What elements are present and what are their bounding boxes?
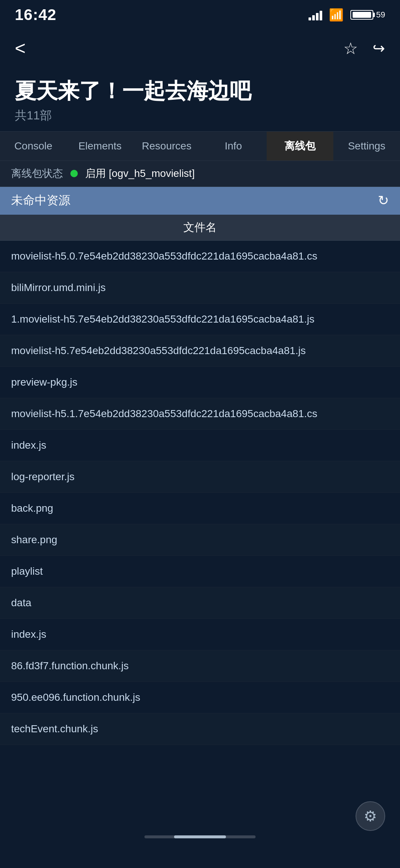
file-list-header-text: 文件名 xyxy=(183,220,217,235)
file-list-item[interactable]: movielist-h5.1.7e54eb2dd38230a553dfdc221… xyxy=(0,398,400,430)
offline-label: 离线包状态 xyxy=(11,166,63,181)
wifi-icon: 📶 xyxy=(329,8,344,22)
file-list-item[interactable]: 86.fd3f7.function.chunk.js xyxy=(0,650,400,682)
file-list-item[interactable]: preview-pkg.js xyxy=(0,367,400,398)
status-time: 16:42 xyxy=(15,6,56,24)
file-name-text: share.png xyxy=(11,534,57,546)
file-list: movielist-h5.0.7e54eb2dd38230a553dfdc221… xyxy=(0,241,400,745)
offline-status-text: 启用 [ogv_h5_movielist] xyxy=(85,166,195,181)
refresh-button[interactable]: ↻ xyxy=(378,193,389,208)
file-name-text: movielist-h5.0.7e54eb2dd38230a553dfdc221… xyxy=(11,250,317,262)
file-list-item[interactable]: 950.ee096.function.chunk.js xyxy=(0,682,400,713)
file-list-item[interactable]: playlist xyxy=(0,556,400,587)
page-subtitle: 共11部 xyxy=(15,108,385,124)
tab-elements[interactable]: Elements xyxy=(67,132,133,161)
signal-icon xyxy=(309,9,322,20)
file-name-text: 1.movielist-h5.7e54eb2dd38230a553dfdc221… xyxy=(11,313,314,325)
tab-info[interactable]: Info xyxy=(200,132,267,161)
file-name-text: 86.fd3f7.function.chunk.js xyxy=(11,660,129,672)
file-list-item[interactable]: biliMirror.umd.mini.js xyxy=(0,272,400,304)
file-list-header: 文件名 xyxy=(0,215,400,241)
section-title: 未命中资源 xyxy=(11,192,70,209)
file-name-text: biliMirror.umd.mini.js xyxy=(11,282,106,294)
status-icons: 📶 59 xyxy=(309,8,385,22)
devtools-tabs: Console Elements Resources Info 离线包 Sett… xyxy=(0,131,400,161)
file-name-text: index.js xyxy=(11,439,46,451)
battery-wrapper: 59 xyxy=(350,10,385,20)
file-name-text: movielist-h5.1.7e54eb2dd38230a553dfdc221… xyxy=(11,408,317,420)
file-name-text: movielist-h5.7e54eb2dd38230a553dfdc221da… xyxy=(11,345,306,357)
settings-gear-icon: ⚙ xyxy=(364,808,377,825)
file-list-item[interactable]: techEvent.chunk.js xyxy=(0,713,400,745)
scroll-indicator xyxy=(144,835,256,838)
page-title: 夏天来了！一起去海边吧 xyxy=(15,78,385,104)
scroll-thumb xyxy=(174,835,226,838)
file-list-item[interactable]: log-reporter.js xyxy=(0,461,400,493)
section-header: 未命中资源 ↻ xyxy=(0,187,400,215)
file-name-text: 950.ee096.function.chunk.js xyxy=(11,692,140,703)
tab-resources[interactable]: Resources xyxy=(133,132,200,161)
status-dot-green xyxy=(70,170,78,177)
file-list-item[interactable]: index.js xyxy=(0,430,400,461)
file-list-item[interactable]: 1.movielist-h5.7e54eb2dd38230a553dfdc221… xyxy=(0,304,400,335)
tab-settings[interactable]: Settings xyxy=(333,132,400,161)
nav-actions: ☆ ↪ xyxy=(343,39,385,58)
file-name-text: data xyxy=(11,597,31,609)
file-list-item[interactable]: data xyxy=(0,587,400,619)
file-list-item[interactable]: back.png xyxy=(0,493,400,524)
file-name-text: log-reporter.js xyxy=(11,471,74,483)
share-icon[interactable]: ↪ xyxy=(373,40,385,57)
fab-settings-button[interactable]: ⚙ xyxy=(356,801,385,831)
file-name-text: index.js xyxy=(11,628,46,640)
file-list-item[interactable]: share.png xyxy=(0,524,400,556)
file-name-text: back.png xyxy=(11,502,53,514)
file-list-item[interactable]: movielist-h5.0.7e54eb2dd38230a553dfdc221… xyxy=(0,241,400,272)
tab-console[interactable]: Console xyxy=(0,132,67,161)
file-name-text: techEvent.chunk.js xyxy=(11,723,98,735)
file-name-text: preview-pkg.js xyxy=(11,376,77,388)
back-button[interactable]: < xyxy=(15,39,26,57)
file-name-text: playlist xyxy=(11,565,43,577)
status-bar: 16:42 📶 59 xyxy=(0,0,400,30)
file-list-item[interactable]: index.js xyxy=(0,619,400,650)
bookmark-icon[interactable]: ☆ xyxy=(343,39,358,58)
page-header: 夏天来了！一起去海边吧 共11部 xyxy=(0,67,400,131)
tab-offline[interactable]: 离线包 xyxy=(267,132,333,161)
file-list-item[interactable]: movielist-h5.7e54eb2dd38230a553dfdc221da… xyxy=(0,335,400,367)
battery-icon xyxy=(350,10,373,20)
battery-level: 59 xyxy=(376,10,385,20)
nav-bar: < ☆ ↪ xyxy=(0,30,400,67)
offline-status-bar: 离线包状态 启用 [ogv_h5_movielist] xyxy=(0,161,400,187)
